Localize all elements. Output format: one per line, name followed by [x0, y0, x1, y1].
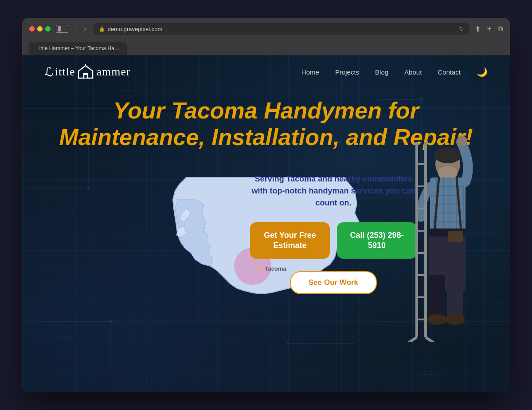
nav-contact[interactable]: Contact — [438, 68, 461, 76]
maximize-button[interactable] — [45, 26, 51, 32]
browser-window: ‹ › 🔒 demo.gravepixel.com ↻ ⬆ + ⧉ Little… — [22, 18, 510, 392]
browser-actions: ⬆ + ⧉ — [475, 24, 503, 34]
hero-section: Your Tacoma Handymen for Maintenance, In… — [22, 89, 510, 390]
url-text: demo.gravepixel.com — [108, 26, 163, 32]
back-button[interactable]: ‹ — [74, 24, 79, 34]
browser-titlebar: ‹ › 🔒 demo.gravepixel.com ↻ ⬆ + ⧉ — [29, 23, 503, 35]
nav-blog[interactable]: Blog — [375, 68, 388, 76]
logo-text-hammer: ammer — [96, 65, 130, 79]
map-content-area: ★ Tacoma Serving Tacoma and nearby commu… — [44, 164, 488, 324]
svg-marker-17 — [78, 66, 93, 78]
person-figure — [390, 129, 479, 342]
reload-button[interactable]: ↻ — [459, 25, 464, 32]
tabs-button[interactable]: ⧉ — [498, 25, 503, 33]
browser-chrome: ‹ › 🔒 demo.gravepixel.com ↻ ⬆ + ⧉ Little… — [22, 18, 510, 55]
svg-rect-42 — [429, 275, 445, 319]
logo-text-little: ittle — [55, 65, 75, 79]
svg-point-36 — [457, 136, 467, 146]
nav-projects[interactable]: Projects — [335, 68, 359, 76]
lock-icon: 🔒 — [99, 26, 105, 32]
nav-links: Home Projects Blog About Contact 🌙 — [301, 67, 488, 77]
svg-line-57 — [426, 337, 439, 342]
forward-button[interactable]: › — [82, 24, 88, 34]
navigation-arrows: ‹ › — [74, 24, 88, 34]
nav-about[interactable]: About — [404, 68, 422, 76]
active-tab[interactable]: Little Hammer – Your Tacoma Ha… — [29, 42, 127, 55]
svg-rect-23 — [434, 154, 461, 159]
browser-tabs: Little Hammer – Your Tacoma Ha… — [29, 42, 503, 55]
minimize-button[interactable] — [37, 26, 43, 32]
svg-rect-41 — [448, 231, 463, 242]
logo-l: ℒ — [44, 65, 53, 79]
navbar: ℒ ittle ammer Home Projects Blog About C… — [22, 55, 510, 89]
svg-rect-43 — [447, 275, 463, 319]
close-button[interactable] — [29, 26, 35, 32]
get-estimate-button[interactable]: Get Your Free Estimate — [250, 222, 330, 259]
svg-line-56 — [403, 337, 417, 342]
svg-point-45 — [445, 314, 465, 325]
logo-house-icon — [78, 64, 94, 80]
address-bar[interactable]: 🔒 demo.gravepixel.com ↻ — [94, 23, 470, 35]
share-button[interactable]: ⬆ — [475, 25, 481, 33]
website-content: 10140 33100 5000 300 ℒ ittle ammer Home … — [22, 55, 510, 392]
nav-home[interactable]: Home — [301, 68, 319, 76]
theme-toggle-button[interactable]: 🌙 — [477, 67, 488, 77]
sidebar-icon — [58, 26, 61, 32]
logo: ℒ ittle ammer — [44, 64, 131, 80]
worker-svg — [390, 129, 479, 342]
sidebar-toggle-button[interactable] — [56, 25, 68, 33]
svg-point-44 — [427, 314, 447, 325]
see-work-button[interactable]: See Our Work — [290, 271, 377, 294]
new-tab-button[interactable]: + — [487, 24, 492, 34]
traffic-lights — [29, 26, 51, 32]
